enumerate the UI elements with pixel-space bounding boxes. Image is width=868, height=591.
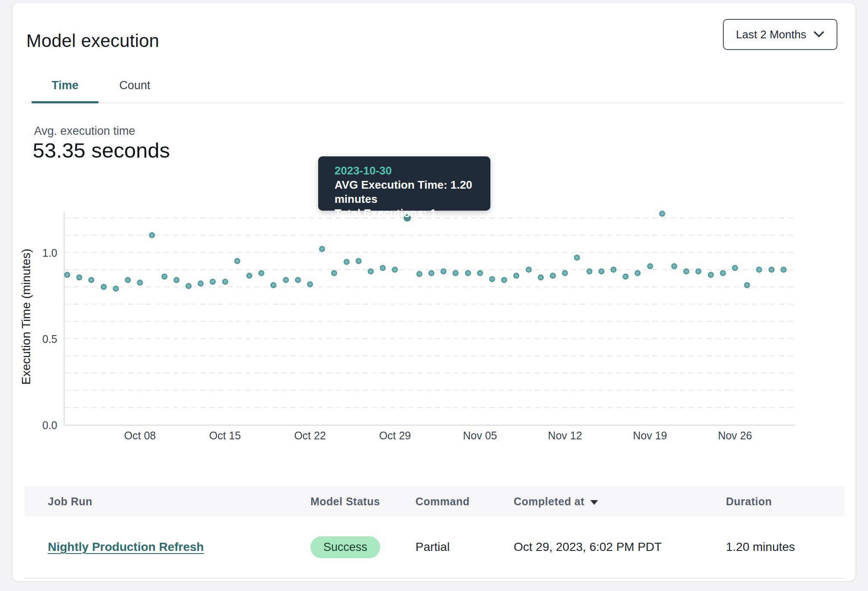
data-point[interactable]: [210, 279, 216, 285]
x-axis-tick-label: Oct 15: [195, 429, 255, 442]
x-axis-tick-label: Oct 22: [280, 429, 340, 442]
x-axis-line: [64, 425, 795, 426]
column-header-completed-at-label: Completed at: [514, 495, 584, 507]
data-point[interactable]: [586, 268, 592, 274]
data-point[interactable]: [356, 258, 362, 264]
gridline: [65, 373, 794, 373]
gridline: [65, 338, 794, 339]
data-point[interactable]: [101, 284, 107, 290]
data-point[interactable]: [574, 255, 580, 261]
data-point[interactable]: [720, 270, 726, 276]
x-axis-tick-label: Nov 26: [705, 429, 765, 442]
data-point[interactable]: [113, 286, 119, 292]
data-point[interactable]: [598, 268, 604, 274]
data-point[interactable]: [683, 268, 689, 274]
y-axis-tick-label: 1.0: [19, 246, 57, 260]
data-point[interactable]: [744, 282, 750, 288]
data-point[interactable]: [283, 277, 289, 283]
tooltip-date: 2023-10-30: [335, 163, 490, 178]
data-point[interactable]: [562, 270, 568, 276]
data-point[interactable]: [513, 273, 519, 279]
gridline: [65, 286, 794, 287]
data-point[interactable]: [392, 267, 398, 273]
gridline: [65, 252, 794, 253]
data-point[interactable]: [416, 271, 422, 277]
data-point[interactable]: [295, 277, 301, 283]
data-point[interactable]: [489, 276, 495, 282]
data-point[interactable]: [64, 272, 70, 278]
data-point[interactable]: [76, 274, 82, 280]
gridline: [65, 321, 794, 322]
data-point[interactable]: [258, 270, 264, 276]
job-run-cell: Nightly Production Refresh: [48, 516, 204, 578]
column-header-completed-at[interactable]: Completed at: [514, 486, 598, 516]
data-point[interactable]: [623, 274, 629, 280]
data-point[interactable]: [501, 277, 507, 283]
column-header-model-status[interactable]: Model Status: [310, 486, 380, 516]
x-axis-tick-label: Nov 12: [535, 429, 595, 442]
data-point[interactable]: [465, 270, 471, 276]
duration-cell: 1.20 minutes: [726, 516, 795, 578]
data-point[interactable]: [222, 279, 228, 285]
data-point[interactable]: [186, 283, 192, 289]
data-point[interactable]: [440, 268, 446, 274]
gridline: [65, 355, 794, 356]
data-point[interactable]: [708, 272, 714, 278]
chart-tooltip: 2023-10-30 AVG Execution Time: 1.20 minu…: [318, 156, 490, 211]
data-point[interactable]: [453, 270, 459, 276]
job-run-link[interactable]: Nightly Production Refresh: [48, 540, 204, 554]
data-point[interactable]: [659, 211, 665, 217]
x-axis-tick-label: Nov 19: [620, 429, 680, 442]
data-point[interactable]: [647, 263, 653, 269]
data-point[interactable]: [695, 268, 701, 274]
data-point[interactable]: [344, 259, 350, 265]
column-header-duration[interactable]: Duration: [726, 486, 772, 516]
y-axis-line: [64, 212, 65, 426]
gridline: [65, 235, 794, 236]
data-point[interactable]: [477, 270, 483, 276]
column-header-command[interactable]: Command: [415, 486, 470, 516]
data-point[interactable]: [137, 280, 143, 286]
command-cell: Partial: [415, 516, 450, 578]
data-point[interactable]: [125, 277, 131, 283]
data-point[interactable]: [538, 274, 544, 280]
x-axis-tick-label: Oct 08: [110, 429, 170, 442]
x-axis-tick-label: Oct 29: [365, 429, 425, 442]
data-point[interactable]: [88, 277, 94, 283]
table-row: Nightly Production Refresh Success Parti…: [25, 516, 844, 579]
data-point[interactable]: [174, 277, 180, 283]
data-point[interactable]: [331, 270, 337, 276]
gridline: [65, 390, 794, 391]
data-point[interactable]: [671, 263, 677, 269]
data-point[interactable]: [368, 268, 374, 274]
data-point[interactable]: [234, 258, 240, 264]
gridline: [65, 407, 794, 408]
active-tab-underline: [31, 101, 99, 103]
data-point[interactable]: [428, 270, 434, 276]
sort-desc-icon[interactable]: [590, 500, 598, 505]
data-point[interactable]: [307, 281, 313, 287]
data-point[interactable]: [319, 246, 325, 252]
x-axis-tick-label: Nov 05: [450, 429, 510, 442]
column-header-job-run[interactable]: Job Run: [48, 486, 93, 516]
model-execution-card: Model execution Last 2 Months Time Count…: [12, 3, 856, 582]
gridline: [65, 304, 794, 305]
data-point[interactable]: [246, 273, 252, 279]
data-point[interactable]: [149, 232, 155, 238]
tooltip-avg-execution: AVG Execution Time: 1.20 minutes: [335, 178, 490, 206]
data-point[interactable]: [611, 267, 617, 273]
data-point[interactable]: [769, 267, 775, 273]
data-point[interactable]: [161, 274, 167, 280]
data-point[interactable]: [380, 265, 386, 271]
y-axis-tick-label: 0.0: [19, 418, 57, 432]
tooltip-total-executions: Total Executions: 1: [335, 206, 490, 221]
status-badge: Success: [310, 536, 380, 558]
data-point[interactable]: [732, 265, 738, 271]
data-point[interactable]: [756, 267, 762, 273]
data-point[interactable]: [526, 267, 532, 273]
data-point[interactable]: [635, 270, 641, 276]
data-point[interactable]: [198, 280, 204, 286]
data-point[interactable]: [781, 267, 787, 273]
data-point[interactable]: [550, 273, 556, 279]
data-point[interactable]: [270, 282, 276, 288]
